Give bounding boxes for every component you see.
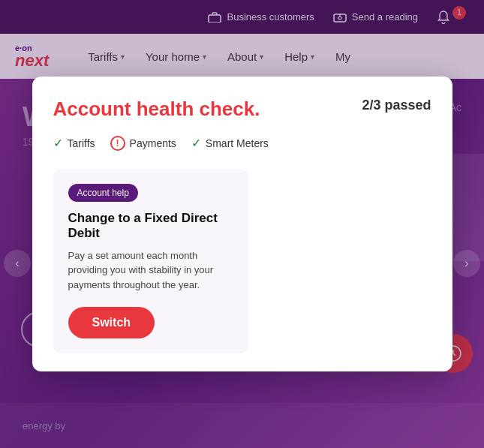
smart-meters-check-label: Smart Meters [206,137,269,149]
card-description: Pay a set amount each month providing yo… [68,248,233,293]
tariffs-check-icon: ✓ [53,136,63,150]
switch-button[interactable]: Switch [68,307,155,338]
modal-score: 2/3 passed [362,98,431,113]
card-title: Change to a Fixed Direct Debit [68,211,233,241]
check-payments: ! Payments [110,136,176,151]
modal-title: Account health check. [53,98,260,121]
smart-meters-check-icon: ✓ [191,136,201,150]
payments-check-label: Payments [130,137,176,149]
check-tariffs: ✓ Tariffs [53,136,95,150]
check-smart-meters: ✓ Smart Meters [191,136,269,150]
tariffs-check-label: Tariffs [68,137,95,149]
card-badge: Account help [68,184,138,202]
account-health-modal: Account health check. 2/3 passed ✓ Tarif… [32,77,452,372]
modal-overlay: Account health check. 2/3 passed ✓ Tarif… [0,0,484,448]
payments-warning-icon: ! [110,136,125,151]
modal-header: Account health check. 2/3 passed [53,98,431,121]
account-help-card: Account help Change to a Fixed Direct De… [53,169,248,354]
modal-checks: ✓ Tariffs ! Payments ✓ Smart Meters [53,136,431,151]
